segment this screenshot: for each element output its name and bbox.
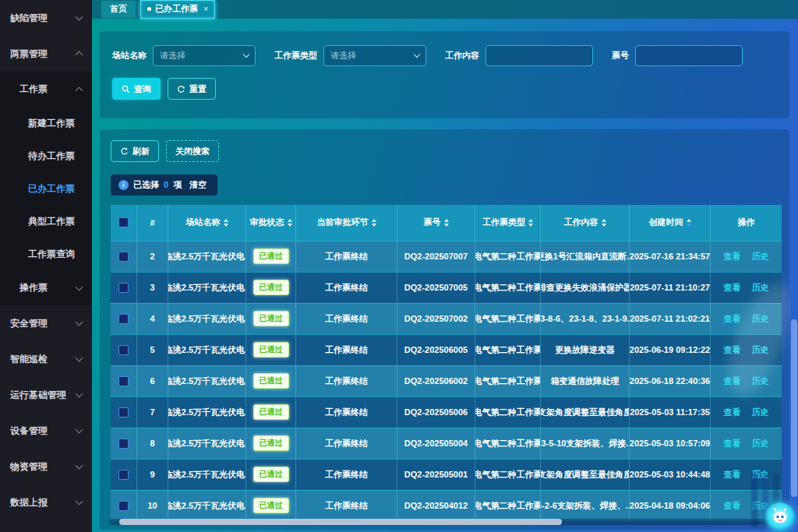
sidebar-item-defect-mgmt[interactable]: 缺陷管理	[0, 0, 92, 36]
horizontal-scrollbar-thumb[interactable]	[119, 519, 562, 525]
sidebar-item-data-report[interactable]: 数据上报	[0, 484, 92, 520]
ticket-number-input[interactable]	[635, 45, 743, 66]
content-area: 场站名称 请选择 工作票类型 请选择 工作内	[92, 19, 798, 532]
history-link[interactable]: 历史	[752, 282, 769, 294]
history-link[interactable]: 历史	[752, 251, 769, 262]
sidebar-item-operation-ticket[interactable]: 操作票	[0, 270, 92, 305]
table-row[interactable]: 4 临洮2.5万千瓦光伏电.. 已通过 工作票终结 DQ2-202507002 …	[111, 303, 782, 334]
view-link[interactable]: 查看	[724, 282, 741, 294]
view-link[interactable]: 查看	[724, 469, 741, 481]
row-checkbox[interactable]	[118, 345, 129, 355]
station-name-cell: 临洮2.5万千瓦光伏电..	[168, 273, 246, 303]
approval-status-badge: 已通过	[253, 404, 289, 420]
reset-button[interactable]: 重置	[168, 78, 216, 100]
row-checkbox[interactable]	[118, 283, 129, 293]
view-link[interactable]: 查看	[724, 375, 741, 387]
clear-selection-button[interactable]: 清空	[189, 179, 207, 191]
assistant-robot-button[interactable]	[765, 502, 795, 532]
header-station-name[interactable]: 场站名称	[168, 205, 246, 241]
sidebar-item-material-mgmt[interactable]: 物资管理	[0, 449, 92, 484]
sidebar-item-typical-work-ticket[interactable]: 典型工作票	[0, 205, 92, 238]
ticket-number-cell: DQ2-202507005	[397, 273, 475, 303]
header-approval-status[interactable]: 审批状态	[246, 205, 296, 241]
history-link[interactable]: 历史	[752, 407, 769, 418]
header-ticket-type[interactable]: 工作票类型	[475, 205, 541, 241]
table-row[interactable]: 3 临洮2.5万千瓦光伏电.. 已通过 工作票终结 DQ2-202507005 …	[111, 272, 782, 303]
ticket-type-select[interactable]: 请选择	[323, 45, 426, 66]
history-link[interactable]: 历史	[752, 344, 769, 356]
row-checkbox[interactable]	[118, 376, 129, 386]
info-icon: i	[118, 180, 129, 190]
table-row[interactable]: 6 临洮2.5万千瓦光伏电.. 已通过 工作票终结 DQ2-202506002 …	[111, 365, 782, 396]
view-link[interactable]: 查看	[724, 313, 741, 325]
table-row[interactable]: 9 临洮2.5万千瓦光伏电.. 已通过 工作票终结 DQ2-202505001 …	[111, 459, 782, 490]
row-checkbox[interactable]	[118, 501, 129, 511]
approval-step-cell: 工作票终结	[296, 397, 397, 428]
sidebar-item-work-ticket[interactable]: 工作票	[0, 72, 92, 107]
tab-done-work-ticket[interactable]: 已办工作票 ×	[140, 0, 215, 19]
header-created-time[interactable]: 创建时间	[630, 205, 711, 241]
history-link[interactable]: 历史	[752, 469, 769, 481]
row-checkbox[interactable]	[118, 439, 129, 449]
chevron-down-icon	[76, 13, 83, 21]
horizontal-scrollbar	[109, 519, 780, 525]
view-link[interactable]: 查看	[724, 500, 741, 512]
work-content-cell: 更换1号汇流箱内直流断...	[541, 241, 630, 272]
header-ticket-number[interactable]: 票号	[397, 205, 475, 241]
view-link[interactable]: 查看	[724, 344, 741, 356]
refresh-button[interactable]: 刷新	[111, 140, 159, 162]
created-time-cell: 2025-07-11 21:02:21	[630, 304, 711, 334]
row-checkbox[interactable]	[118, 252, 129, 262]
row-checkbox[interactable]	[118, 470, 129, 480]
selected-count: 0	[164, 180, 168, 189]
history-link[interactable]: 历史	[752, 375, 769, 387]
app-window: 缺陷管理 两票管理 工作票 新建工作票 待办工作票 已办工作票 典型工作票	[0, 0, 798, 532]
approval-status-badge: 已通过	[253, 373, 289, 389]
sidebar-item-two-ticket-mgmt[interactable]: 两票管理	[0, 36, 92, 72]
ticket-type-cell: 电气第二种工作票	[475, 460, 541, 490]
table-row[interactable]: 7 临洮2.5万千瓦光伏电.. 已通过 工作票终结 DQ2-202505006 …	[111, 396, 782, 428]
sort-icon	[602, 219, 606, 227]
history-link[interactable]: 历史	[752, 438, 769, 449]
sidebar-item-work-ticket-query[interactable]: 工作票查询	[0, 238, 92, 270]
table-row[interactable]: 8 临洮2.5万千瓦光伏电.. 已通过 工作票终结 DQ2-202505004 …	[111, 428, 782, 459]
table-row[interactable]: 10 临洮2.5万千瓦光伏电.. 已通过 工作票终结 DQ2-202504012…	[111, 490, 782, 521]
station-name-select[interactable]: 请选择	[153, 45, 256, 66]
sort-icon	[528, 219, 533, 227]
sort-icon	[224, 219, 228, 227]
sidebar-item-smart-inspection[interactable]: 智能巡检	[0, 341, 92, 377]
station-name-cell: 临洮2.5万千瓦光伏电..	[168, 397, 246, 428]
query-button[interactable]: 查询	[112, 78, 161, 100]
work-content-input[interactable]	[486, 45, 593, 66]
table-row[interactable]: 5 临洮2.5万千瓦光伏电.. 已通过 工作票终结 DQ2-202506005 …	[111, 334, 782, 365]
created-time-cell: 2025-06-18 22:40:36	[630, 366, 711, 396]
header-work-content[interactable]: 工作内容	[541, 205, 630, 241]
row-checkbox[interactable]	[118, 314, 129, 324]
tab-close-icon[interactable]: ×	[203, 5, 208, 13]
ticket-type-cell: 电气第二种工作票	[475, 273, 541, 303]
table-row[interactable]: 2 临洮2.5万千瓦光伏电.. 已通过 工作票终结 DQ2-202507007 …	[111, 241, 782, 272]
station-name-cell: 临洮2.5万千瓦光伏电..	[168, 335, 246, 365]
sidebar-item-new-work-ticket[interactable]: 新建工作票	[0, 107, 92, 139]
view-link[interactable]: 查看	[724, 251, 741, 262]
sidebar-item-label: 工作票	[19, 83, 48, 96]
sidebar-item-label: 运行基础管理	[10, 389, 66, 402]
row-index: 3	[137, 273, 168, 303]
tab-home[interactable]: 首页	[101, 1, 136, 18]
close-search-button[interactable]: 关闭搜索	[166, 140, 219, 162]
station-name-cell: 临洮2.5万千瓦光伏电..	[168, 491, 246, 521]
history-link[interactable]: 历史	[752, 313, 769, 325]
sidebar-item-equipment-mgmt[interactable]: 设备管理	[0, 413, 92, 449]
header-approval-step[interactable]: 当前审批环节	[296, 205, 397, 241]
approval-status-badge: 已通过	[253, 280, 289, 295]
select-all-checkbox[interactable]	[118, 217, 129, 227]
sidebar-item-pending-work-ticket[interactable]: 待办工作票	[0, 139, 92, 172]
sidebar-item-safety-mgmt[interactable]: 安全管理	[0, 305, 92, 341]
view-link[interactable]: 查看	[724, 407, 741, 418]
vertical-scrollbar-thumb[interactable]	[791, 319, 797, 497]
sidebar-item-done-work-ticket[interactable]: 已办工作票	[0, 172, 92, 205]
chevron-down-icon	[76, 390, 83, 398]
row-checkbox[interactable]	[118, 407, 129, 417]
sidebar-item-operation-base-mgmt[interactable]: 运行基础管理	[0, 377, 92, 413]
view-link[interactable]: 查看	[724, 438, 741, 449]
